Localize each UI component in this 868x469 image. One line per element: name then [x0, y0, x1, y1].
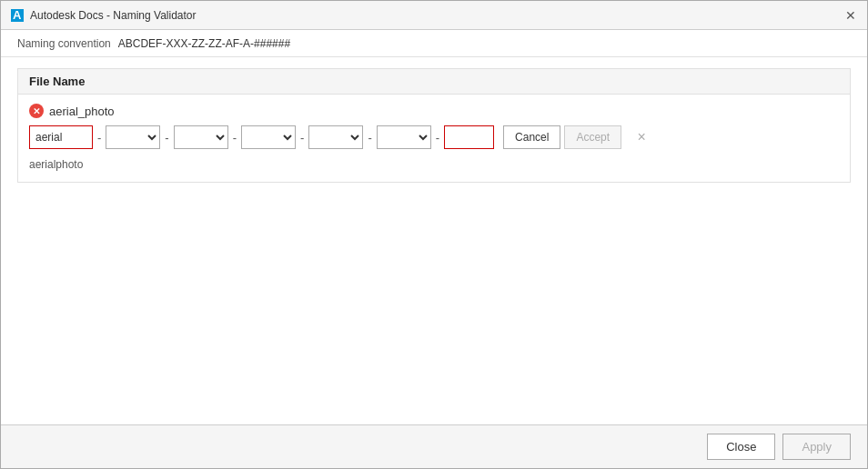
- naming-convention-bar: Naming convention ABCDEF-XXX-ZZ-ZZ-AF-A-…: [1, 30, 867, 57]
- separator-4: -: [299, 131, 305, 145]
- file-name-section: File Name ✕ aerial_photo - AA BB -: [17, 68, 851, 183]
- file-item-row: ✕ aerial_photo: [29, 104, 839, 118]
- svg-text:A: A: [13, 9, 22, 22]
- separator-2: -: [164, 131, 169, 145]
- separator-5: -: [367, 131, 372, 145]
- rename-actions: Cancel Accept: [503, 125, 621, 149]
- file-name-original: aerial_photo: [49, 105, 115, 118]
- file-name-content: ✕ aerial_photo - AA BB - AA: [18, 95, 850, 182]
- footer: Close Apply: [1, 424, 867, 468]
- naming-convention-value: ABCDEF-XXX-ZZ-ZZ-AF-A-######: [118, 37, 290, 50]
- dropdown-5[interactable]: AA BB: [377, 125, 431, 149]
- row-close-button[interactable]: ×: [632, 128, 651, 146]
- separator-1: -: [96, 131, 102, 145]
- free-text-input[interactable]: [444, 125, 494, 149]
- dropdown-3[interactable]: AA BB: [241, 125, 296, 149]
- preview-text: aerialphoto: [29, 156, 839, 173]
- error-icon: ✕: [29, 104, 44, 118]
- naming-convention-label: Naming convention: [17, 37, 111, 50]
- dropdown-4[interactable]: AA BB: [308, 125, 363, 149]
- window-close-button[interactable]: ✕: [842, 6, 860, 25]
- autodesk-icon: A: [10, 8, 25, 23]
- separator-6: -: [435, 131, 440, 145]
- accept-button[interactable]: Accept: [564, 125, 621, 149]
- main-content: File Name ✕ aerial_photo - AA BB -: [1, 57, 867, 424]
- dropdown-1[interactable]: AA BB: [106, 125, 160, 149]
- close-button[interactable]: Close: [707, 434, 775, 460]
- apply-button[interactable]: Apply: [782, 434, 851, 460]
- file-name-header: File Name: [18, 69, 850, 95]
- rename-text-input[interactable]: [29, 125, 93, 149]
- separator-3: -: [232, 131, 237, 145]
- cancel-button[interactable]: Cancel: [503, 125, 560, 149]
- title-bar-left: A Autodesk Docs - Naming Validator: [10, 8, 197, 23]
- title-bar: A Autodesk Docs - Naming Validator ✕: [1, 1, 867, 30]
- dropdown-2[interactable]: AA BB: [174, 125, 228, 149]
- dialog-window: A Autodesk Docs - Naming Validator ✕ Nam…: [0, 0, 868, 469]
- rename-row: - AA BB - AA BB - AA: [29, 125, 839, 149]
- window-title: Autodesk Docs - Naming Validator: [30, 9, 197, 22]
